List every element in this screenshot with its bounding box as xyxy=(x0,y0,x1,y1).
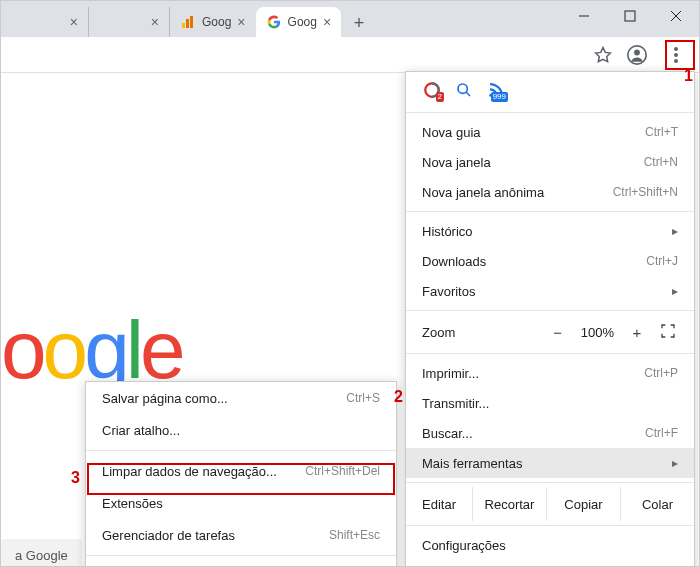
annotation-number-3: 3 xyxy=(71,469,80,487)
submenu-save-as[interactable]: Salvar página como...Ctrl+S xyxy=(86,382,396,414)
close-tab-icon[interactable]: × xyxy=(70,14,78,30)
svg-rect-4 xyxy=(182,23,185,28)
svg-point-11 xyxy=(674,53,678,57)
zoom-out-button[interactable]: − xyxy=(549,324,567,341)
browser-tab[interactable]: × xyxy=(9,7,89,37)
submenu-devtools[interactable]: Ferramentas do desenvolvedorCtrl+Shift+I xyxy=(86,560,396,567)
menu-edit-row: Editar Recortar Copiar Colar xyxy=(406,487,694,521)
menu-downloads[interactable]: DownloadsCtrl+J xyxy=(406,246,694,276)
svg-point-10 xyxy=(674,47,678,51)
menu-new-window[interactable]: Nova janelaCtrl+N xyxy=(406,147,694,177)
annotation-number-1: 1 xyxy=(684,67,693,85)
svg-marker-7 xyxy=(596,47,611,61)
submenu-task-manager[interactable]: Gerenciador de tarefasShift+Esc xyxy=(86,519,396,551)
menu-paste[interactable]: Colar xyxy=(620,487,694,521)
analytics-icon xyxy=(180,14,196,30)
window-controls xyxy=(561,1,699,31)
svg-rect-1 xyxy=(625,11,635,21)
menu-cut[interactable]: Recortar xyxy=(472,487,546,521)
browser-toolbar xyxy=(1,37,699,73)
extensions-row: 2 999 xyxy=(406,72,694,108)
browser-tab-active[interactable]: Goog × xyxy=(256,7,342,37)
menu-help[interactable]: Ajuda▸ xyxy=(406,560,694,567)
submenu-extensions[interactable]: Extensões xyxy=(86,487,396,519)
zoom-level: 100% xyxy=(581,325,614,340)
menu-more-tools[interactable]: Mais ferramentas▸ xyxy=(406,448,694,478)
zoom-in-button[interactable]: + xyxy=(628,324,646,341)
svg-line-15 xyxy=(466,92,470,96)
chevron-right-icon: ▸ xyxy=(672,456,678,470)
browser-tab[interactable]: × xyxy=(89,7,169,37)
fullscreen-icon[interactable] xyxy=(660,323,678,341)
more-tools-submenu: Salvar página como...Ctrl+S Criar atalho… xyxy=(85,381,397,567)
google-icon xyxy=(266,14,282,30)
bookmark-star-icon[interactable] xyxy=(593,45,613,65)
minimize-button[interactable] xyxy=(561,1,607,31)
footer-button[interactable]: a Google xyxy=(1,539,82,566)
annotation-number-2: 2 xyxy=(394,388,403,406)
submenu-clear-data[interactable]: Limpar dados de navegação...Ctrl+Shift+D… xyxy=(86,455,396,487)
chevron-right-icon: ▸ xyxy=(672,224,678,238)
rss-icon[interactable]: 999 xyxy=(486,80,506,100)
menu-history[interactable]: Histórico▸ xyxy=(406,216,694,246)
menu-copy[interactable]: Copiar xyxy=(546,487,620,521)
close-tab-icon[interactable]: × xyxy=(151,14,159,30)
profile-icon[interactable] xyxy=(627,45,647,65)
browser-tab[interactable]: Goog × xyxy=(169,7,256,37)
menu-find[interactable]: Buscar...Ctrl+F xyxy=(406,418,694,448)
menu-zoom: Zoom − 100% + xyxy=(406,315,694,349)
svg-rect-5 xyxy=(186,19,189,28)
close-window-button[interactable] xyxy=(653,1,699,31)
close-tab-icon[interactable]: × xyxy=(237,14,245,30)
submenu-create-shortcut[interactable]: Criar atalho... xyxy=(86,414,396,446)
svg-point-12 xyxy=(674,59,678,63)
menu-print[interactable]: Imprimir...Ctrl+P xyxy=(406,358,694,388)
menu-cast[interactable]: Transmitir... xyxy=(406,388,694,418)
menu-new-tab[interactable]: Nova guiaCtrl+T xyxy=(406,117,694,147)
close-tab-icon[interactable]: × xyxy=(323,14,331,30)
extension-icon[interactable]: 2 xyxy=(422,80,442,100)
tab-title: Goog xyxy=(288,15,317,29)
svg-point-9 xyxy=(634,49,640,55)
menu-kebab-button[interactable] xyxy=(661,40,691,70)
menu-settings[interactable]: Configurações xyxy=(406,530,694,560)
svg-rect-6 xyxy=(190,16,193,28)
new-tab-button[interactable]: + xyxy=(345,9,373,37)
search-icon[interactable] xyxy=(454,80,474,100)
tab-title: Goog xyxy=(202,15,231,29)
menu-bookmarks[interactable]: Favoritos▸ xyxy=(406,276,694,306)
menu-incognito[interactable]: Nova janela anônimaCtrl+Shift+N xyxy=(406,177,694,207)
chevron-right-icon: ▸ xyxy=(672,284,678,298)
svg-point-14 xyxy=(458,84,467,93)
maximize-button[interactable] xyxy=(607,1,653,31)
chrome-main-menu: 2 999 Nova guiaCtrl+T Nova janelaCtrl+N … xyxy=(405,71,695,567)
